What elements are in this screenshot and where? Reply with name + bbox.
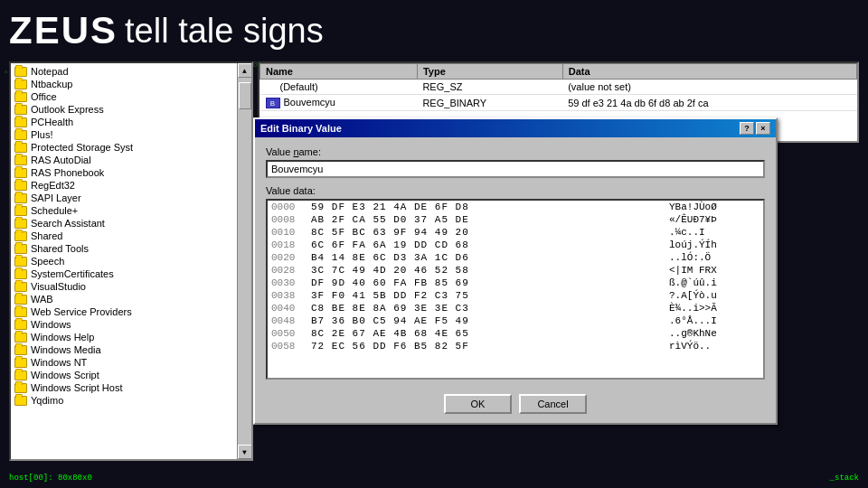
registry-item[interactable]: Ntbackup xyxy=(11,78,237,90)
hex-bytes: 72 EC 56 DD F6 B5 82 5F xyxy=(311,341,662,352)
folder-icon xyxy=(14,105,27,115)
registry-item-label: WAB xyxy=(31,294,53,305)
registry-item[interactable]: Windows Script Host xyxy=(11,381,237,394)
col-type: Type xyxy=(417,64,562,80)
registry-item[interactable]: SystemCertificates xyxy=(11,267,237,280)
hex-offset: 0048 xyxy=(271,315,304,326)
cancel-button[interactable]: Cancel xyxy=(519,394,587,414)
registry-item[interactable]: Plus! xyxy=(11,128,237,141)
hex-row: 0020B4 14 8E 6C D3 3A 1C D6..lÓ:.Ö xyxy=(268,251,763,264)
hex-editor[interactable]: 000059 DF E3 21 4A DE 6F D8YBa!JÙoØ0008A… xyxy=(266,199,765,380)
hex-ascii: .6°Å...I xyxy=(669,315,760,326)
registry-item[interactable]: Yqdimo xyxy=(11,394,237,407)
hex-row: 00283C 7C 49 4D 20 46 52 58<|IM FRX xyxy=(268,264,763,277)
registry-item[interactable]: Windows xyxy=(11,318,237,331)
registry-item[interactable]: Notepad xyxy=(11,65,237,78)
registry-item[interactable]: RegEdt32 xyxy=(11,179,237,192)
folder-icon xyxy=(14,80,27,89)
registry-scrollbar[interactable]: ▲ ▼ xyxy=(237,63,251,459)
folder-icon xyxy=(14,320,27,330)
value-name-input[interactable] xyxy=(266,160,765,178)
dialog-help-btn[interactable]: ? xyxy=(740,122,754,135)
hex-row: 005872 EC 56 DD F6 B5 82 5FrìVÝö.. xyxy=(268,340,763,352)
dialog-close-btn[interactable]: × xyxy=(756,122,770,135)
registry-item[interactable]: PCHealth xyxy=(11,116,237,128)
registry-item[interactable]: Web Service Providers xyxy=(11,305,237,318)
registry-item[interactable]: Windows Media xyxy=(11,343,237,356)
scroll-up-btn[interactable]: ▲ xyxy=(238,63,252,78)
hex-ascii: .¼c..I xyxy=(669,227,760,238)
registry-item[interactable]: Shared xyxy=(11,230,237,242)
dialog-controls[interactable]: ? × xyxy=(740,122,770,135)
registry-item-label: Speech xyxy=(31,256,64,267)
registry-item[interactable]: RAS AutoDial xyxy=(11,154,237,166)
registry-item[interactable]: Outlook Express xyxy=(11,103,237,116)
hex-offset: 0010 xyxy=(271,227,304,238)
registry-item[interactable]: VisualStudio xyxy=(11,280,237,293)
hex-ascii: YBa!JÙoØ xyxy=(669,202,760,212)
hex-row: 00186C 6F FA 6A 19 DD CD 68loúj.ÝÍh xyxy=(268,239,763,251)
registry-item-label: Windows xyxy=(31,319,71,330)
registry-item[interactable]: Windows Help xyxy=(11,331,237,343)
folder-icon xyxy=(14,396,27,406)
folder-icon xyxy=(14,269,27,279)
registry-item[interactable]: Office xyxy=(11,90,237,103)
title-rest: tell tale signs xyxy=(125,12,324,51)
hex-ascii: loúj.ÝÍh xyxy=(669,239,760,250)
folder-icon xyxy=(14,92,27,102)
registry-item[interactable]: Windows Script xyxy=(11,369,237,381)
registry-item-label: Notepad xyxy=(31,66,69,77)
folder-icon xyxy=(14,206,27,216)
registry-item-label: Schedule+ xyxy=(31,205,78,216)
hex-bytes: DF 9D 40 60 FA FB 85 69 xyxy=(311,277,662,288)
registry-panel[interactable]: NotepadNtbackupOfficeOutlook ExpressPCHe… xyxy=(9,61,253,461)
registry-item-label: SystemCertificates xyxy=(31,268,114,279)
registry-item-label: Web Service Providers xyxy=(31,306,132,317)
hex-row: 00508C 2E 67 AE 4B 68 4E 65..g®KhNe xyxy=(268,327,763,340)
hex-ascii: ..g®KhNe xyxy=(669,328,760,339)
registry-item[interactable]: Speech xyxy=(11,255,237,267)
hex-offset: 0028 xyxy=(271,265,304,276)
folder-icon xyxy=(14,67,27,77)
folder-icon xyxy=(14,117,27,127)
registry-item-label: Plus! xyxy=(31,129,52,140)
registry-item[interactable]: RAS Phonebook xyxy=(11,166,237,179)
hex-offset: 0030 xyxy=(271,277,304,288)
registry-item[interactable]: Search Assistant xyxy=(11,217,237,230)
registry-item-label: RAS AutoDial xyxy=(31,155,91,165)
ok-button[interactable]: OK xyxy=(444,394,512,414)
scroll-down-btn[interactable]: ▼ xyxy=(238,445,252,459)
status-left: host[00]: 80x80x0 xyxy=(9,474,92,483)
registry-item-label: Shared xyxy=(31,230,62,241)
values-table: Name Type Data (Default)REG_SZ(value not… xyxy=(259,63,857,111)
registry-item[interactable]: SAPI Layer xyxy=(11,192,237,204)
registry-item[interactable]: Windows NT xyxy=(11,356,237,369)
registry-item[interactable]: Shared Tools xyxy=(11,242,237,255)
hex-ascii: <|IM FRX xyxy=(669,265,760,276)
registry-item-label: Search Assistant xyxy=(31,218,105,229)
registry-item-label: Windows NT xyxy=(31,357,87,368)
hex-bytes: C8 BE 8E 8A 69 3E 3E C3 xyxy=(311,303,662,314)
hex-ascii: ?.A[Ýò.u xyxy=(669,290,760,301)
hex-row: 00383F F0 41 5B DD F2 C3 75?.A[Ýò.u xyxy=(268,289,763,302)
scroll-track[interactable] xyxy=(238,78,252,445)
registry-item-label: Outlook Express xyxy=(31,104,104,115)
table-cell: 59 df e3 21 4a db 6f d8 ab 2f ca xyxy=(562,95,856,111)
dialog-body: Value name: Value data: 000059 DF E3 21 … xyxy=(255,137,776,389)
table-row[interactable]: BBouvemcyuREG_BINARY59 df e3 21 4a db 6f… xyxy=(260,95,857,111)
registry-item[interactable]: Schedule+ xyxy=(11,204,237,217)
registry-item[interactable]: Protected Storage Syst xyxy=(11,141,237,154)
hex-row: 00108C 5F BC 63 9F 94 49 20.¼c..I xyxy=(268,226,763,239)
scroll-thumb[interactable] xyxy=(239,82,251,109)
registry-item-label: Windows Script xyxy=(31,370,99,380)
registry-list: NotepadNtbackupOfficeOutlook ExpressPCHe… xyxy=(11,63,251,459)
folder-icon xyxy=(14,130,27,140)
table-row[interactable]: (Default)REG_SZ(value not set) xyxy=(260,80,857,95)
folder-icon xyxy=(14,257,27,267)
registry-item[interactable]: WAB xyxy=(11,293,237,305)
folder-icon xyxy=(14,193,27,203)
folder-icon xyxy=(14,383,27,393)
title-zeus: ZEUS xyxy=(9,9,118,52)
hex-bytes: 3C 7C 49 4D 20 46 52 58 xyxy=(311,265,662,276)
table-cell: REG_SZ xyxy=(417,80,562,95)
